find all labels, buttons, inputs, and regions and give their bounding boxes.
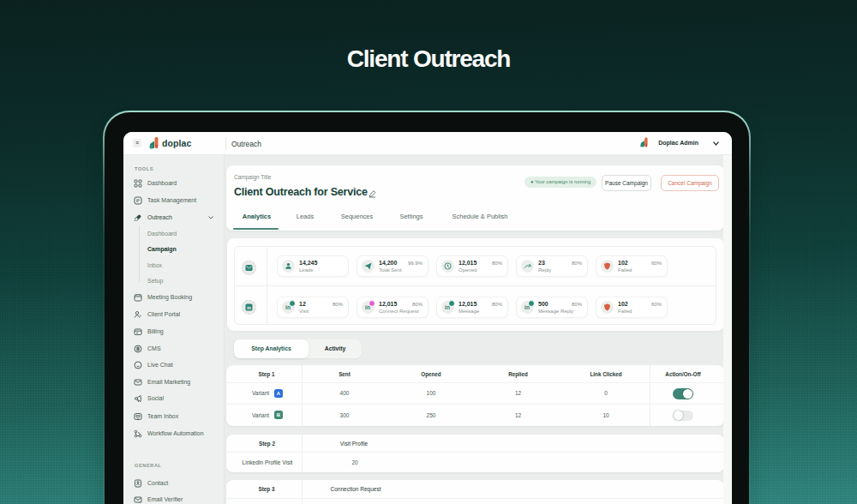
- svg-text:in: in: [247, 304, 250, 309]
